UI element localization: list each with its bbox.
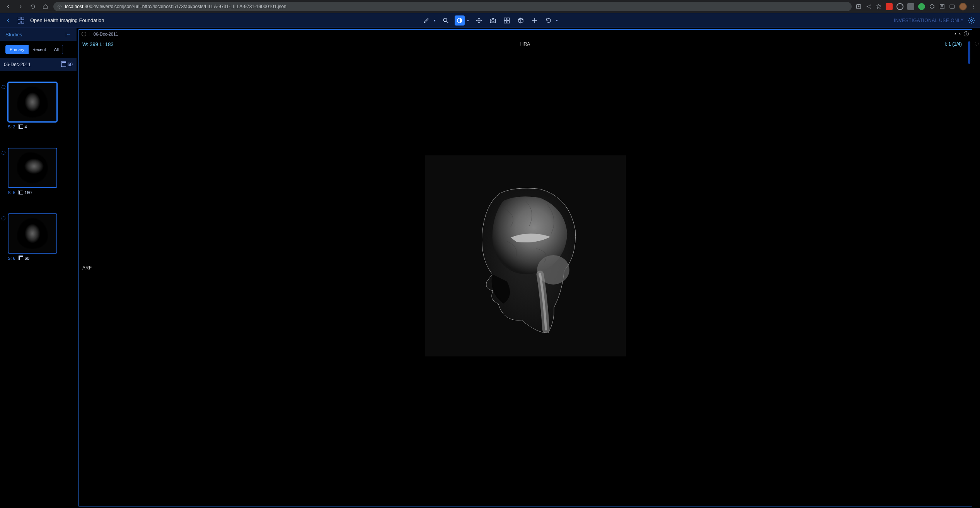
svg-point-13 [973, 8, 974, 9]
stack-icon [19, 125, 23, 129]
loading-spinner-icon [975, 42, 979, 46]
studies-header: Studies |← [0, 28, 77, 41]
kebab-menu-icon[interactable] [971, 4, 976, 9]
capture-tool-button[interactable] [488, 15, 498, 26]
profile-avatar[interactable] [959, 3, 967, 10]
next-series-button[interactable]: › [959, 31, 961, 37]
settings-button[interactable] [968, 17, 975, 24]
pan-tool-button[interactable] [474, 15, 484, 26]
viewport-header: | 06-Dec-2011 ‹ › i [78, 30, 972, 38]
status-indicator-icon [82, 32, 86, 36]
studies-title: Studies [5, 32, 22, 38]
loading-spinner-icon [2, 216, 5, 220]
measure-tool-button[interactable] [421, 15, 431, 26]
svg-rect-20 [507, 18, 509, 20]
svg-point-4 [867, 6, 868, 7]
filter-primary[interactable]: Primary [5, 45, 29, 54]
camera-icon [489, 17, 496, 24]
extension-icon[interactable] [907, 3, 914, 10]
mpr-tool-button[interactable] [516, 15, 526, 26]
collapse-sidebar-button[interactable]: |← [65, 32, 71, 37]
chevron-down-icon[interactable]: ▾ [434, 18, 437, 22]
study-date: 06-Dec-2011 [4, 62, 31, 67]
url-host: localhost [65, 4, 83, 9]
install-icon[interactable] [856, 3, 862, 10]
reading-list-icon[interactable] [939, 3, 945, 10]
gear-icon [968, 17, 975, 24]
grid-layout-icon [503, 17, 510, 24]
chevron-down-icon[interactable]: ▾ [467, 18, 470, 22]
stack-icon [19, 256, 23, 260]
info-icon [57, 4, 62, 9]
study-instance-count: 60 [68, 62, 73, 67]
svg-rect-21 [504, 20, 506, 23]
svg-point-18 [492, 19, 494, 22]
logo-grid-icon[interactable] [18, 17, 25, 24]
share-icon[interactable] [866, 3, 872, 10]
study-row[interactable]: 06-Dec-2011 60 [0, 58, 77, 71]
extension-icon[interactable] [918, 3, 925, 10]
dicom-viewport[interactable]: | 06-Dec-2011 ‹ › i W: 399 L: 183 HRA I:… [78, 29, 972, 506]
svg-rect-22 [507, 20, 509, 23]
orientation-left-overlay: ARF [82, 265, 92, 271]
info-icon[interactable]: i [964, 31, 969, 36]
loading-spinner-icon [2, 151, 5, 155]
loading-spinner-icon [2, 85, 5, 89]
crosshairs-tool-button[interactable] [530, 15, 540, 26]
zoom-tool-button[interactable] [441, 15, 451, 26]
browser-back-button[interactable] [4, 2, 12, 11]
back-button[interactable] [5, 17, 12, 24]
filter-recent[interactable]: Recent [29, 45, 50, 54]
move-icon [476, 17, 482, 24]
prev-series-button[interactable]: ‹ [954, 31, 956, 37]
browser-forward-button[interactable] [16, 2, 25, 11]
svg-point-5 [870, 4, 871, 5]
series-thumbnail[interactable]: S: 5 160 [8, 148, 73, 195]
cube-icon [517, 17, 524, 24]
stack-icon [61, 62, 66, 67]
magnifier-icon [442, 17, 449, 24]
series-thumbnail[interactable]: S: 2 4 [8, 82, 73, 129]
image-index-overlay: I: 1 (1/4) [944, 41, 962, 47]
browser-extension-icons [856, 3, 976, 10]
svg-point-12 [973, 6, 974, 7]
reset-tool-button[interactable] [544, 15, 554, 26]
filter-all[interactable]: All [50, 45, 63, 54]
viewport-container: | 06-Dec-2011 ‹ › i W: 399 L: 183 HRA I:… [77, 28, 974, 508]
browser-omnibox[interactable]: localhost:3002/viewer/dicomjson?url=http… [53, 2, 852, 11]
toolbar: ▾ ▾ ▾ [421, 15, 559, 26]
app-header: Open Health Imaging Foundation ▾ ▾ [0, 13, 980, 28]
image-scrollbar[interactable] [968, 41, 970, 64]
left-sidebar: Studies |← Primary Recent All 06-Dec-201… [0, 28, 77, 508]
star-icon[interactable] [876, 3, 882, 10]
browser-home-button[interactable] [41, 2, 49, 11]
series-list: S: 2 4 S: 5 160 S: 6 60 [0, 71, 77, 508]
svg-rect-19 [504, 18, 506, 20]
svg-point-6 [870, 7, 871, 9]
study-filter-row: Primary Recent All [0, 41, 77, 58]
investigational-label: INVESTIGATIONAL USE ONLY [894, 18, 964, 23]
plus-icon [531, 17, 538, 24]
window-level-overlay: W: 399 L: 183 [82, 41, 114, 47]
extension-icon[interactable] [886, 3, 893, 10]
window-level-tool-button[interactable] [455, 15, 465, 26]
extensions-puzzle-icon[interactable] [929, 3, 935, 10]
brand-title: Open Health Imaging Foundation [30, 17, 104, 23]
series-thumbnail[interactable]: S: 6 60 [8, 213, 73, 261]
chevron-down-icon[interactable]: ▾ [556, 18, 559, 22]
browser-reload-button[interactable] [29, 2, 37, 11]
contrast-icon [456, 17, 463, 24]
tab-icon[interactable] [949, 3, 955, 10]
rotate-icon [545, 17, 552, 24]
svg-rect-10 [950, 5, 954, 8]
url-path: :3002/viewer/dicomjson?url=http://localh… [83, 4, 286, 9]
svg-line-15 [447, 21, 448, 23]
svg-point-14 [443, 18, 447, 22]
pencil-icon [423, 17, 430, 24]
orientation-top-overlay: HRA [520, 41, 530, 47]
layout-tool-button[interactable] [502, 15, 512, 26]
stack-icon [19, 191, 23, 194]
viewport-date: 06-Dec-2011 [94, 32, 118, 36]
right-panel-collapsed[interactable] [974, 28, 980, 508]
extension-icon[interactable] [896, 3, 903, 10]
